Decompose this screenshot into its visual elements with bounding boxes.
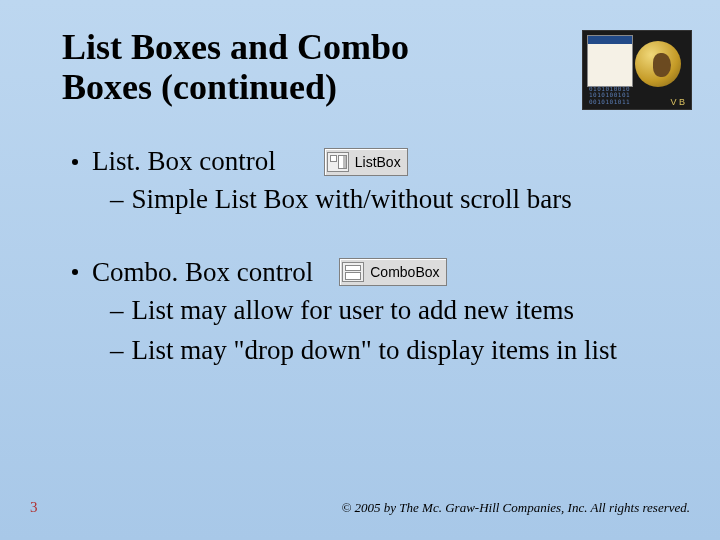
- dash-icon: –: [110, 295, 124, 325]
- bullet-1-sub-1: –Simple List Box with/without scroll bar…: [110, 183, 650, 217]
- dash-icon: –: [110, 184, 124, 214]
- mini-window-icon: [587, 35, 633, 87]
- listbox-toolbox-item: ListBox: [324, 148, 408, 176]
- page-number: 3: [30, 499, 38, 516]
- bullet-1-sub-1-text: Simple List Box with/without scroll bars: [132, 184, 572, 214]
- bullet-2-text: Combo. Box control: [92, 257, 313, 288]
- bullet-2-sub-1-text: List may allow for user to add new items: [132, 295, 574, 325]
- bullet-2: Combo. Box control ComboBox: [70, 257, 650, 288]
- combobox-toolbox-item: ComboBox: [339, 258, 446, 286]
- globe-icon: [635, 41, 681, 87]
- dash-icon: –: [110, 335, 124, 365]
- vb-label: V B: [670, 97, 685, 107]
- listbox-icon: [327, 152, 349, 172]
- decorative-corner-graphic: 010101001010101001010010101011 V B: [582, 30, 692, 110]
- slide: List Boxes and Combo Boxes (continued) 0…: [0, 0, 720, 540]
- bullet-1-text: List. Box control: [92, 146, 276, 177]
- binary-decor: 010101001010101001010010101011: [589, 86, 630, 105]
- bullet-2-sub-2: –List may "drop down" to display items i…: [110, 334, 650, 368]
- slide-title: List Boxes and Combo Boxes (continued): [62, 28, 502, 107]
- bullet-dot-icon: [72, 159, 78, 165]
- bullet-2-sub-1: –List may allow for user to add new item…: [110, 294, 650, 328]
- listbox-label: ListBox: [355, 154, 401, 170]
- copyright: © 2005 by The Mc. Graw-Hill Companies, I…: [341, 500, 690, 516]
- bullet-1: List. Box control ListBox: [70, 146, 650, 177]
- bullet-2-sub-2-text: List may "drop down" to display items in…: [132, 335, 618, 365]
- bullet-dot-icon: [72, 269, 78, 275]
- slide-body: List. Box control ListBox –Simple List B…: [70, 140, 650, 367]
- combobox-icon: [342, 262, 364, 282]
- combobox-label: ComboBox: [370, 264, 439, 280]
